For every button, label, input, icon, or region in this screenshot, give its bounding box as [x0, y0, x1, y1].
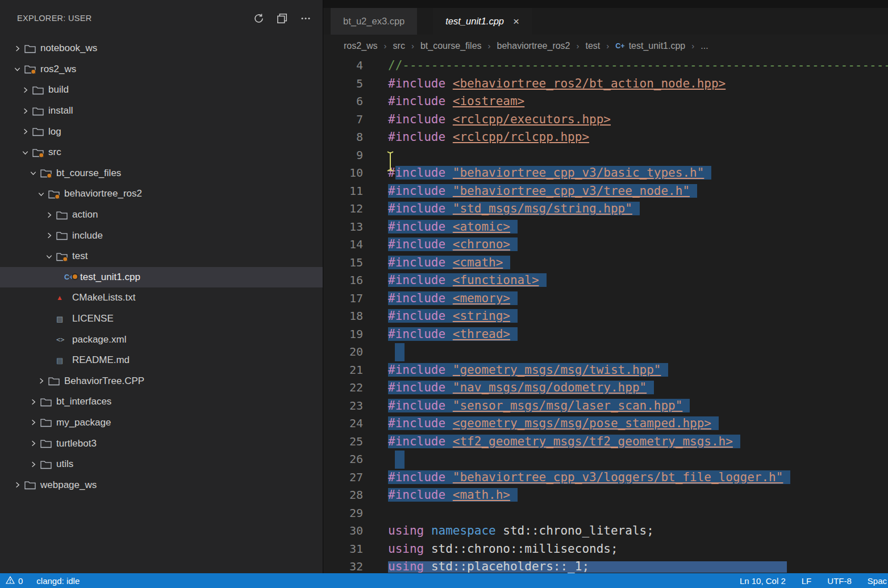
tab-test_unit1.cpp[interactable]: test_unit1.cpp× — [433, 8, 532, 35]
chevron-down-icon — [42, 252, 56, 261]
code-line-30[interactable]: 30using namespace std::chrono_literals; — [323, 522, 888, 540]
tree-item-label: bt_course_files — [56, 168, 121, 179]
tree-item-ros2_ws[interactable]: ros2_ws — [0, 59, 323, 80]
tree-item-build[interactable]: build — [0, 80, 323, 101]
vscode-window: EXPLORER: USER notebook_wsros2_wsbuildin… — [0, 0, 888, 588]
line-number: 9 — [323, 147, 363, 165]
code-line-20[interactable]: 20 — [323, 343, 888, 361]
status-indentation[interactable]: Spac — [868, 576, 887, 586]
code-line-4[interactable]: 4//-------------------------------------… — [323, 57, 888, 75]
breadcrumb-item-behaviortree_ros2[interactable]: behaviortree_ros2 — [497, 41, 570, 51]
tree-item-my_package[interactable]: my_package — [0, 412, 323, 433]
status-right: Ln 10, Col 2LFUTF-8Spac — [740, 576, 887, 586]
code-line-13[interactable]: 13#include <atomic> — [323, 218, 888, 236]
more-actions-icon[interactable] — [300, 13, 311, 24]
code-line-8[interactable]: 8#include <rclcpp/rclcpp.hpp> — [323, 128, 888, 147]
code-line-18[interactable]: 18#include <string> — [323, 307, 888, 326]
breadcrumb-item-src[interactable]: src — [393, 41, 405, 51]
tree-item-test_unit1.cpp[interactable]: C+test_unit1.cpp — [0, 267, 323, 288]
code-line-9[interactable]: 9 — [323, 147, 888, 165]
refresh-explorer-icon[interactable] — [253, 13, 264, 24]
code-line-22[interactable]: 22#include "nav_msgs/msg/odometry.hpp" — [323, 379, 888, 397]
tree-item-LICENSE[interactable]: ▤LICENSE — [0, 308, 323, 330]
code-text: #include <rclcpp/rclcpp.hpp> — [388, 128, 589, 147]
language-server-status[interactable]: clangd: idle — [36, 576, 80, 586]
tree-item-action[interactable]: action — [0, 205, 323, 226]
tree-item-utils[interactable]: utils — [0, 454, 323, 475]
code-text: #include <cmath> — [388, 254, 510, 272]
status-left: 0 clangd: idle — [6, 576, 80, 586]
breadcrumb-item-bt_course_files[interactable]: bt_course_files — [420, 41, 482, 51]
code-line-12[interactable]: 12#include "std_msgs/msg/string.hpp" — [323, 200, 888, 218]
tree-item-CMakeLists.txt[interactable]: ▲CMakeLists.txt — [0, 287, 323, 308]
chevron-right-icon — [42, 211, 56, 219]
code-line-10[interactable]: 10#include "behaviortree_cpp_v3/basic_ty… — [323, 164, 888, 182]
tree-item-bt_course_files[interactable]: bt_course_files — [0, 163, 323, 184]
code-line-16[interactable]: 16#include <functional> — [323, 272, 888, 290]
tree-item-src[interactable]: src — [0, 142, 323, 163]
code-line-15[interactable]: 15#include <cmath> — [323, 254, 888, 272]
code-line-21[interactable]: 21#include "geometry_msgs/msg/twist.hpp" — [323, 361, 888, 380]
chevron-right-icon — [18, 86, 32, 94]
tab-bt_u2_ex3.cpp[interactable]: bt_u2_ex3.cpp — [331, 8, 417, 35]
chevron-right-icon — [34, 377, 48, 385]
code-line-27[interactable]: 27#include "behaviortree_cpp_v3/loggers/… — [323, 469, 888, 487]
code-line-17[interactable]: 17#include <memory> — [323, 290, 888, 308]
status-eol-sequence[interactable]: LF — [802, 576, 812, 586]
breadcrumb-item-test[interactable]: test — [586, 41, 601, 51]
line-number: 10 — [323, 164, 363, 182]
code-line-29[interactable]: 29 — [323, 504, 888, 523]
tree-item-webpage_ws[interactable]: webpage_ws — [0, 474, 323, 495]
problems-indicator[interactable]: 0 — [6, 576, 23, 586]
code-line-26[interactable]: 26 — [323, 451, 888, 469]
tree-item-README.md[interactable]: ▤README.md — [0, 350, 323, 371]
code-line-32[interactable]: 32using std::placeholders::_1; — [323, 558, 888, 573]
code-text: #include "sensor_msgs/msg/laser_scan.hpp… — [388, 397, 690, 415]
code-line-14[interactable]: 14#include <chrono> — [323, 236, 888, 254]
breadcrumb-item-ros2_ws[interactable]: ros2_ws — [344, 41, 378, 51]
chevron-right-icon — [18, 127, 32, 136]
line-number: 30 — [323, 522, 363, 540]
breadcrumb-separator-icon: › — [411, 41, 414, 51]
status-cursor-position[interactable]: Ln 10, Col 2 — [740, 576, 786, 586]
code-line-6[interactable]: 6#include <iostream> — [323, 93, 888, 111]
chevron-right-icon — [10, 44, 24, 53]
tree-item-notebook_ws[interactable]: notebook_ws — [0, 38, 323, 59]
collapse-folders-icon[interactable] — [277, 13, 287, 24]
tree-item-install[interactable]: install — [0, 101, 323, 122]
code-line-25[interactable]: 25#include <tf2_geometry_msgs/tf2_geomet… — [323, 433, 888, 451]
chevron-down-icon — [34, 190, 48, 198]
tree-item-label: log — [48, 126, 61, 137]
code-line-11[interactable]: 11#include "behaviortree_cpp_v3/tree_nod… — [323, 182, 888, 201]
code-line-5[interactable]: 5#include <behaviortree_ros2/bt_action_n… — [323, 75, 888, 93]
line-number: 23 — [323, 397, 363, 415]
tree-item-package.xml[interactable]: <>package.xml — [0, 329, 323, 350]
code-line-31[interactable]: 31using std::chrono::milliseconds; — [323, 540, 888, 558]
warning-icon — [6, 576, 15, 586]
code-editor[interactable]: 4//-------------------------------------… — [323, 57, 888, 573]
tree-item-label: LICENSE — [72, 313, 114, 324]
breadcrumb-item-test_unit1.cpp[interactable]: C+test_unit1.cpp — [615, 41, 685, 51]
code-text: using namespace std::chrono_literals; — [388, 522, 654, 540]
tree-item-turtlebot3[interactable]: turtlebot3 — [0, 433, 323, 454]
code-text: #include "std_msgs/msg/string.hpp" — [388, 200, 640, 218]
folder-icon — [40, 460, 56, 469]
tree-item-bt_interfaces[interactable]: bt_interfaces — [0, 391, 323, 412]
tree-item-behaviortree_ros2[interactable]: behaviortree_ros2 — [0, 184, 323, 205]
code-line-23[interactable]: 23#include "sensor_msgs/msg/laser_scan.h… — [323, 397, 888, 415]
chevron-down-icon — [26, 169, 40, 177]
tree-item-test[interactable]: test — [0, 246, 323, 267]
code-line-28[interactable]: 28#include <math.h> — [323, 486, 888, 504]
code-line-7[interactable]: 7#include <rclcpp/executors.hpp> — [323, 111, 888, 129]
folder-icon — [56, 210, 72, 220]
code-line-24[interactable]: 24#include <geometry_msgs/msg/pose_stamp… — [323, 415, 888, 433]
code-line-19[interactable]: 19#include <thread> — [323, 326, 888, 344]
xml-icon: <> — [56, 336, 64, 344]
breadcrumb-item-...[interactable]: ... — [701, 41, 708, 51]
close-tab-icon[interactable]: × — [513, 15, 519, 28]
tree-item-include[interactable]: include — [0, 225, 323, 246]
tree-item-label: notebook_ws — [40, 43, 97, 54]
status-encoding[interactable]: UTF-8 — [827, 576, 852, 586]
tree-item-BehaviorTree.CPP[interactable]: BehaviorTree.CPP — [0, 371, 323, 392]
tree-item-log[interactable]: log — [0, 121, 323, 142]
